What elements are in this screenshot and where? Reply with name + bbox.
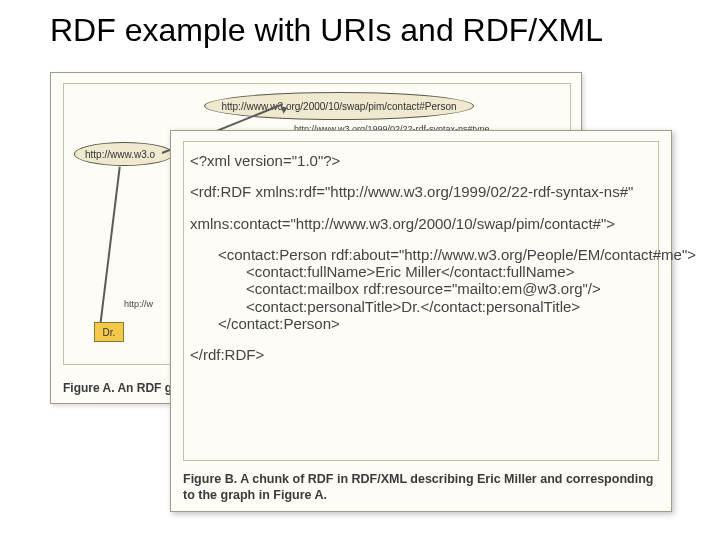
figure-b-panel: <?xml version="1.0"?> <rdf:RDF xmlns:rdf… <box>170 130 672 512</box>
slide: RDF example with URIs and RDF/XML http:/… <box>0 0 720 540</box>
code-line-3: xmlns:contact="http://www.w3.org/2000/10… <box>190 215 652 232</box>
ellipse-contact-person: http://www.w3.org/2000/10/swap/pim/conta… <box>204 92 474 120</box>
slide-title: RDF example with URIs and RDF/XML <box>50 12 603 49</box>
code-line-1: <?xml version="1.0"?> <box>190 152 652 169</box>
figure-b-code-box: <?xml version="1.0"?> <rdf:RDF xmlns:rdf… <box>183 141 659 461</box>
figure-a-caption: Figure A. An RDF gra <box>63 381 183 395</box>
code-line-2: <rdf:RDF xmlns:rdf="http://www.w3.org/19… <box>190 183 652 200</box>
code-line-4: <contact:Person rdf:about="http://www.w3… <box>190 246 652 263</box>
code-line-7: <contact:personalTitle>Dr.</contact:pers… <box>190 298 652 315</box>
code-line-5: <contact:fullName>Eric Miller</contact:f… <box>190 263 652 280</box>
code-line-8: </contact:Person> <box>190 315 652 332</box>
code-line-9: </rdf:RDF> <box>190 346 652 363</box>
figure-b-caption: Figure B. A chunk of RDF in RDF/XML desc… <box>183 471 659 504</box>
edge-title-label-truncated: http://w <box>124 299 153 309</box>
ellipse-subject-truncated: http://www.w3.o <box>74 142 174 166</box>
code-line-6: <contact:mailbox rdf:resource="mailto:em… <box>190 280 652 297</box>
edge-title-line <box>99 167 121 331</box>
node-dr-box: Dr. <box>94 322 124 342</box>
